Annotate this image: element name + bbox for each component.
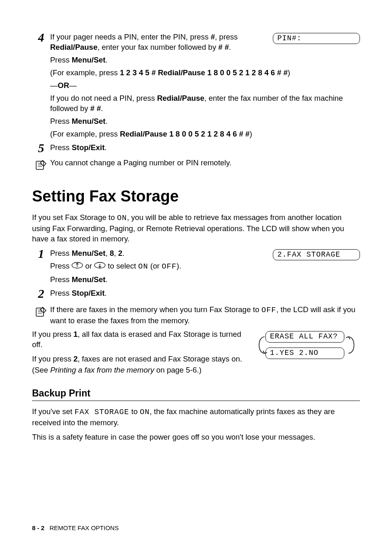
step-2: 2 Press Stop/Exit. — [32, 288, 360, 301]
press-1-text: If you press 1, all fax data is erased a… — [32, 329, 245, 350]
up-arrow-oval-icon — [71, 261, 83, 271]
step4-example-1: (For example, press 1 2 3 4 5 # Redial/P… — [50, 68, 360, 78]
step-body: PIN#: If your pager needs a PIN, enter t… — [50, 32, 360, 142]
note-erase-faxes: If there are faxes in the memory when yo… — [32, 305, 360, 326]
footer-section-title: REMOTE FAX OPTIONS — [50, 524, 119, 531]
heading-backup-print: Backup Print — [32, 388, 360, 399]
step1-line2: Press or to select ON (or OFF). — [50, 261, 360, 272]
step4-press-menuset-2: Press Menu/Set. — [50, 116, 360, 127]
step-body: Press Stop/Exit. — [50, 288, 360, 301]
step-number: 2 — [32, 287, 50, 300]
press-2-text: If you press 2, faxes are not erased and… — [32, 354, 245, 364]
lcd-fax-storage: 2.FAX STORAGE — [273, 249, 360, 260]
step-5: 5 Press Stop/Exit. — [32, 143, 360, 155]
heading-setting-fax-storage: Setting Fax Storage — [32, 188, 360, 205]
page-footer: 8 - 2 REMOTE FAX OPTIONS — [32, 524, 119, 531]
lcd-yes-no: 1.YES 2.NO — [265, 348, 344, 359]
step-body: 2.FAX STORAGE Press Menu/Set, 8, 2. Pres… — [50, 248, 360, 287]
page: 4 PIN#: If your pager needs a PIN, enter… — [0, 0, 392, 556]
backup-paragraph-1: If you've set FAX STORAGE to ON, the fax… — [32, 407, 360, 428]
svg-point-5 — [77, 266, 78, 267]
note-paging-pin: You cannot change a Paging number or PIN… — [32, 158, 360, 171]
note-text: If there are faxes in the memory when yo… — [50, 305, 360, 326]
step-number: 1 — [32, 248, 50, 260]
subsection-rule — [32, 401, 360, 401]
memo-pencil-icon — [35, 305, 48, 318]
down-arrow-oval-icon — [94, 261, 106, 271]
step-number: 4 — [32, 31, 50, 44]
step-body: Press Stop/Exit. — [50, 143, 360, 155]
erase-choice-block: ERASE ALL FAX? 1.YES 2.NO If you press 1… — [32, 329, 360, 376]
step4-nopin: If you do not need a PIN, press Redial/P… — [50, 93, 360, 114]
step4-example-2: (For example, press Redial/Pause 1 8 0 0… — [50, 129, 360, 139]
step4-or: —OR— — [50, 81, 360, 91]
footer-page-number: 8 - 2 — [32, 524, 44, 531]
step1-line3: Press Menu/Set. — [50, 275, 360, 285]
note-icon — [32, 305, 50, 318]
see-reference: (See Printing a fax from the memory on p… — [32, 365, 360, 375]
memo-pencil-icon — [35, 158, 48, 171]
backup-paragraph-2: This is a safety feature in case the pow… — [32, 432, 360, 442]
step-1: 1 2.FAX STORAGE Press Menu/Set, 8, 2. Pr… — [32, 248, 360, 287]
note-icon — [32, 158, 50, 171]
step-4: 4 PIN#: If your pager needs a PIN, enter… — [32, 32, 360, 142]
step-number: 5 — [32, 142, 50, 154]
step4-press-menuset-1: Press Menu/Set. — [50, 55, 360, 65]
storage-intro: If you set Fax Storage to ON, you will b… — [32, 213, 360, 244]
svg-point-8 — [99, 264, 101, 265]
lcd-pin: PIN#: — [273, 33, 360, 44]
note-text: You cannot change a Paging number or PIN… — [50, 158, 360, 168]
lcd-erase-all-fax: ERASE ALL FAX? — [265, 331, 344, 342]
